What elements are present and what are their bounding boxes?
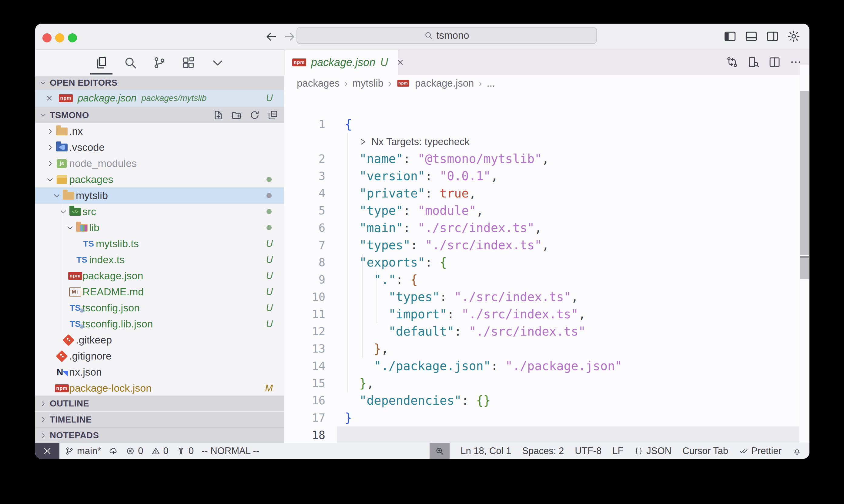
tree-item--nx[interactable]: .nx xyxy=(35,123,284,139)
activity-source-control[interactable] xyxy=(152,54,167,71)
tree-item-mytslib-ts[interactable]: TSmytslib.tsU xyxy=(35,236,284,252)
status-item--normal-[interactable]: -- NORMAL -- xyxy=(202,446,259,456)
codelens-link[interactable]: Nx Targets: typecheck xyxy=(358,133,470,150)
open-editor-item[interactable]: npm package.json packages/mytslib U xyxy=(35,90,284,107)
status-item-cloud-upload[interactable] xyxy=(109,447,118,455)
tree-item-label: package-lock.json xyxy=(69,382,152,394)
settings-gear-icon[interactable] xyxy=(787,30,800,43)
tree-item-label: nx.json xyxy=(69,366,102,378)
breadcrumb-item[interactable]: mytslib xyxy=(352,77,383,89)
open-preview-icon[interactable] xyxy=(747,56,760,69)
tree-item--vscode[interactable]: .vscode xyxy=(35,139,284,156)
breadcrumb-separator: › xyxy=(389,78,391,88)
chevron-right-icon xyxy=(39,416,47,423)
file-icon-slot: TS xyxy=(81,239,96,249)
status-item-0[interactable]: 0 xyxy=(151,446,169,456)
status-item-lf[interactable]: LF xyxy=(613,446,623,456)
activity-search[interactable] xyxy=(123,54,138,71)
section-notepads[interactable]: NOTEPADS xyxy=(35,427,284,443)
breadcrumb-item[interactable]: package.json xyxy=(415,77,474,89)
status-item-main-[interactable]: main* xyxy=(65,446,101,456)
tree-item-index-ts[interactable]: TSindex.tsU xyxy=(35,252,284,268)
activity-files[interactable] xyxy=(94,54,109,71)
tree-item-nx-json[interactable]: N◥nx.json xyxy=(35,364,284,380)
breadcrumb-item[interactable]: ... xyxy=(486,77,495,89)
new-folder-icon[interactable] xyxy=(231,110,242,121)
status-item-json[interactable]: JSON xyxy=(634,446,672,456)
tab-package-json[interactable]: npm package.json U xyxy=(285,50,399,75)
chevron-right-icon xyxy=(46,127,54,136)
chevron-right-icon xyxy=(46,160,54,167)
scrollbar-slider[interactable] xyxy=(800,91,809,255)
section-outline[interactable]: OUTLINE xyxy=(35,396,284,411)
status-item-bell[interactable] xyxy=(792,447,802,455)
traffic-close-button[interactable] xyxy=(42,33,52,42)
status-item-0[interactable]: 0 xyxy=(176,446,194,456)
status-item-spaces-2[interactable]: Spaces: 2 xyxy=(522,446,564,456)
traffic-minimize-button[interactable] xyxy=(55,33,64,42)
layout-panel-icon[interactable] xyxy=(744,30,758,43)
scrollbar-slider-lower[interactable] xyxy=(800,258,809,279)
status-item-0[interactable]: 0 xyxy=(126,446,143,456)
change-dot-badge xyxy=(266,225,272,230)
screencast-zoom-button[interactable] xyxy=(430,443,450,459)
editor-area: npm package.json U packages›mytslib›npmp… xyxy=(284,50,809,443)
tree-item-lib[interactable]: lib xyxy=(35,220,284,236)
git-status-badge: U xyxy=(266,238,273,249)
breadcrumb-item[interactable]: packages xyxy=(297,77,340,89)
file-icon-slot xyxy=(61,336,76,344)
new-file-icon[interactable] xyxy=(213,110,224,121)
close-icon[interactable] xyxy=(46,94,53,102)
tree-item-label: .gitkeep xyxy=(76,334,112,346)
chevron-right-icon xyxy=(46,144,54,151)
tree-item--gitignore[interactable]: .gitignore xyxy=(35,348,284,364)
tree-item-src[interactable]: </>src xyxy=(35,203,284,220)
collapse-all-icon[interactable] xyxy=(268,110,278,121)
chevron-right-icon xyxy=(39,432,47,439)
code-editor[interactable]: 1{Nx Targets: typecheck2 "name": "@tsmon… xyxy=(284,91,809,443)
explorer-section-header[interactable]: TSMONO xyxy=(35,107,284,123)
tree-item-label: index.ts xyxy=(89,254,125,266)
remote-indicator[interactable] xyxy=(35,443,59,459)
tree-item-node-modules[interactable]: jsnode_modules xyxy=(35,156,284,172)
status-item-ln-18-col-1[interactable]: Ln 18, Col 1 xyxy=(461,446,511,456)
status-item-utf-8[interactable]: UTF-8 xyxy=(575,446,601,456)
tsconfig-icon: TS✱ xyxy=(70,319,81,329)
change-dot-badge xyxy=(266,177,272,182)
status-item-label: -- NORMAL -- xyxy=(202,446,259,456)
compare-changes-icon[interactable] xyxy=(726,56,739,69)
line-number: 11 xyxy=(284,306,325,323)
tree-item-readme-md[interactable]: M↓README.mdU xyxy=(35,284,284,300)
section-timeline[interactable]: TIMELINE xyxy=(35,412,284,427)
tree-item--gitkeep[interactable]: .gitkeep xyxy=(35,332,284,348)
tree-item-package-lock-json[interactable]: npmpackage-lock.jsonM xyxy=(35,380,284,396)
tree-item-tsconfig-lib-json[interactable]: TS✱tsconfig.lib.jsonU xyxy=(35,316,284,332)
forward-arrow-icon[interactable] xyxy=(283,30,296,43)
back-arrow-icon[interactable] xyxy=(265,30,278,43)
tree-item-label: package.json xyxy=(83,270,143,282)
editor-actions xyxy=(726,56,802,69)
tree-item-label: tsconfig.lib.json xyxy=(83,318,153,330)
status-item-cursor-tab[interactable]: Cursor Tab xyxy=(683,446,728,456)
layout-sidebar-left-icon[interactable] xyxy=(723,30,737,43)
tree-item-label: mytslib.ts xyxy=(96,238,139,250)
search-input[interactable]: tsmono xyxy=(296,27,597,44)
layout-sidebar-right-icon[interactable] xyxy=(766,30,779,43)
open-editors-header[interactable]: OPEN EDITORS xyxy=(35,76,284,90)
split-editor-icon[interactable] xyxy=(768,56,781,69)
close-icon[interactable] xyxy=(396,58,404,67)
traffic-zoom-button[interactable] xyxy=(68,33,77,42)
activity-extensions[interactable] xyxy=(181,54,196,71)
tree-item-mytslib[interactable]: mytslib xyxy=(35,187,284,203)
npm-icon: npm xyxy=(55,384,69,392)
tree-item-tsconfig-json[interactable]: TS✱tsconfig.jsonU xyxy=(35,300,284,316)
tree-item-packages[interactable]: packages xyxy=(35,172,284,187)
tree-item-package-json[interactable]: npmpackage.jsonU xyxy=(35,268,284,284)
file-icon-slot: TS xyxy=(74,255,89,265)
line-number: 9 xyxy=(284,271,325,288)
status-item-prettier[interactable]: Prettier xyxy=(739,446,781,456)
code-line-6: 6 "main": "./src/index.ts", xyxy=(284,219,809,237)
error-circle-icon xyxy=(126,447,135,455)
refresh-icon[interactable] xyxy=(249,110,260,121)
activity-chevron-down[interactable] xyxy=(210,54,225,71)
